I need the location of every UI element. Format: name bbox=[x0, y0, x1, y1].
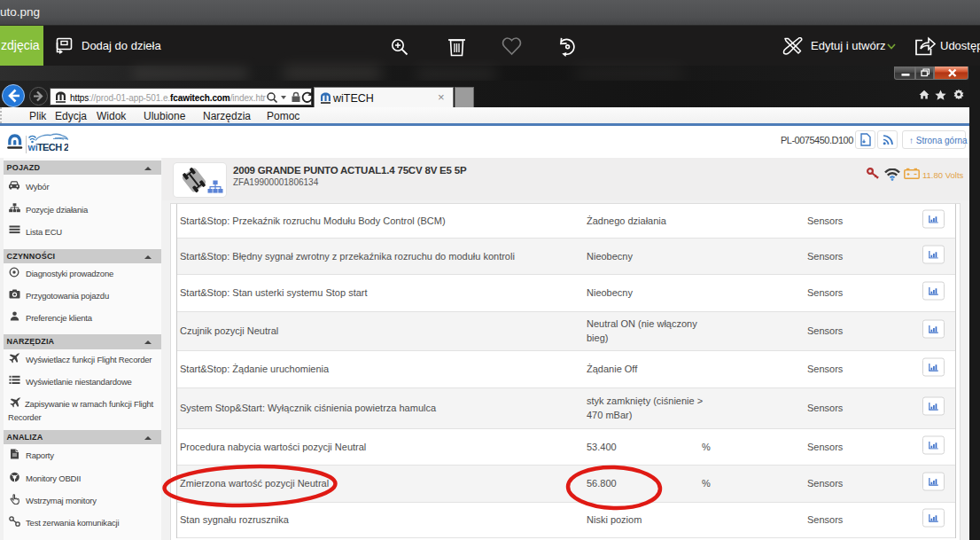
svg-text:TECH 2: TECH 2 bbox=[37, 142, 68, 153]
svg-text:wi: wi bbox=[27, 142, 38, 153]
